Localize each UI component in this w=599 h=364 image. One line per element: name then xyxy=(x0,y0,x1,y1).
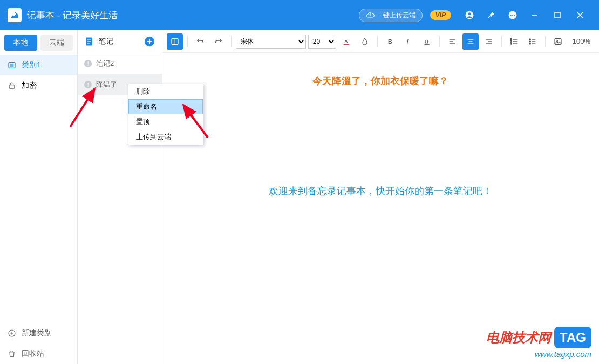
pin-icon[interactable] xyxy=(484,8,499,23)
notes-header-title: 笔记 xyxy=(98,37,144,46)
align-right-button[interactable] xyxy=(481,33,497,50)
context-menu: 删除 重命名 置顶 上传到云端 xyxy=(128,84,203,145)
svg-point-50 xyxy=(529,43,530,44)
content-line-1: 今天降溫了，你加衣保暖了嘛？ xyxy=(173,74,588,87)
svg-text:B: B xyxy=(388,38,392,45)
close-button[interactable] xyxy=(569,0,591,30)
svg-rect-25 xyxy=(172,38,178,44)
ctx-upload-cloud[interactable]: 上传到云端 xyxy=(128,129,203,145)
watermark-tag: TAG xyxy=(554,327,591,348)
svg-text:A: A xyxy=(344,38,348,44)
editor-toolbar: 宋体 20 A B I U 123 100% xyxy=(162,30,599,53)
svg-point-49 xyxy=(529,41,530,42)
ctx-pin[interactable]: 置顶 xyxy=(128,114,203,129)
tab-cloud[interactable]: 云端 xyxy=(40,35,73,51)
svg-point-1 xyxy=(468,12,471,15)
lock-icon xyxy=(8,81,16,90)
align-left-button[interactable] xyxy=(444,33,460,50)
font-color-button[interactable]: A xyxy=(338,33,355,50)
new-category-button[interactable]: 新建类别 xyxy=(0,323,77,344)
highlight-button[interactable] xyxy=(357,33,373,50)
notes-header: 笔记 xyxy=(78,30,162,53)
svg-rect-54 xyxy=(555,38,561,44)
zoom-level[interactable]: 100% xyxy=(568,37,595,45)
editor-canvas[interactable]: 今天降溫了，你加衣保暖了嘛？ 欢迎来到备忘录记事本，快开始你的第一条笔记吧！ xyxy=(162,53,599,364)
minimize-button[interactable] xyxy=(523,0,546,30)
toggle-panel-button[interactable] xyxy=(167,33,183,50)
font-family-select[interactable]: 宋体 xyxy=(236,35,306,49)
ctx-delete[interactable]: 删除 xyxy=(128,84,203,99)
redo-button[interactable] xyxy=(210,33,227,50)
underline-button[interactable]: U xyxy=(419,33,435,50)
app-icon xyxy=(8,8,22,22)
svg-point-4 xyxy=(512,15,513,16)
trash-icon xyxy=(8,349,16,358)
undo-button[interactable] xyxy=(192,33,208,50)
sidebar-categories: 本地 云端 类别1 加密 新建类别 回收站 xyxy=(0,30,78,364)
list-icon xyxy=(8,61,16,70)
sidebar-item-label: 加密 xyxy=(22,81,37,91)
recycle-bin-label: 回收站 xyxy=(22,349,44,359)
svg-point-3 xyxy=(510,15,512,16)
svg-point-5 xyxy=(514,15,515,16)
more-icon[interactable] xyxy=(505,8,520,23)
sidebar-item-encrypt[interactable]: 加密 xyxy=(0,75,77,96)
watermark-url: www.tagxp.com xyxy=(486,349,591,359)
vip-badge[interactable]: VIP xyxy=(430,10,451,20)
sidebar-notes: 笔记 ! 笔记2 ! 降温了 xyxy=(78,30,162,364)
svg-point-48 xyxy=(529,39,530,40)
upload-cloud-label: 一键上传云端 xyxy=(377,11,416,20)
tab-local[interactable]: 本地 xyxy=(4,35,37,51)
ordered-list-button[interactable]: 123 xyxy=(506,33,522,50)
maximize-button[interactable] xyxy=(546,0,569,30)
svg-text:I: I xyxy=(406,38,408,45)
recycle-bin-button[interactable]: 回收站 xyxy=(0,344,77,364)
add-note-button[interactable] xyxy=(144,36,155,47)
storage-tabs: 本地 云端 xyxy=(0,30,77,55)
info-dot-icon: ! xyxy=(84,60,92,67)
svg-rect-14 xyxy=(9,85,14,89)
app-title: 记事本 - 记录美好生活 xyxy=(27,9,118,22)
sidebar-item-category1[interactable]: 类别1 xyxy=(0,55,77,75)
align-center-button[interactable] xyxy=(462,33,479,50)
svg-text:3: 3 xyxy=(510,42,512,45)
titlebar: 记事本 - 记录美好生活 一键上传云端 VIP xyxy=(0,0,599,30)
editor-area: 宋体 20 A B I U 123 100% xyxy=(162,30,599,364)
note-item-label: 降温了 xyxy=(96,80,117,90)
note-item-label: 笔记2 xyxy=(96,59,114,68)
user-icon[interactable] xyxy=(462,8,477,23)
svg-rect-28 xyxy=(343,44,349,45)
document-icon xyxy=(84,37,94,46)
info-dot-icon: ! xyxy=(84,81,92,88)
font-size-select[interactable]: 20 xyxy=(308,35,336,49)
bold-button[interactable]: B xyxy=(382,33,398,50)
sidebar-item-label: 类别1 xyxy=(22,60,41,70)
svg-text:U: U xyxy=(425,38,428,44)
watermark: 电脑技术网 TAG www.tagxp.com xyxy=(486,327,591,359)
note-item[interactable]: ! 笔记2 xyxy=(78,53,162,74)
image-button[interactable] xyxy=(550,33,566,50)
upload-cloud-button[interactable]: 一键上传云端 xyxy=(359,9,423,22)
content-line-2: 欢迎来到备忘录记事本，快开始你的第一条笔记吧！ xyxy=(173,184,588,197)
ctx-rename[interactable]: 重命名 xyxy=(128,99,203,114)
watermark-text: 电脑技术网 xyxy=(486,329,551,346)
main: 本地 云端 类别1 加密 新建类别 回收站 笔记 ! 笔记2 xyxy=(0,30,599,364)
italic-button[interactable]: I xyxy=(400,33,417,50)
unordered-list-button[interactable] xyxy=(525,33,541,50)
plus-circle-icon xyxy=(8,329,16,338)
new-category-label: 新建类别 xyxy=(22,328,52,338)
svg-rect-7 xyxy=(555,12,560,18)
